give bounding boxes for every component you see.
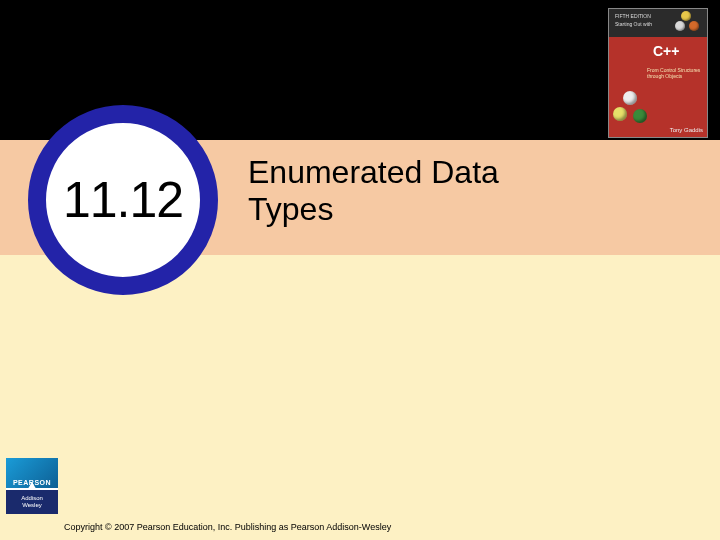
bottom-cream-band xyxy=(0,255,720,540)
book-author-label: Tony Gaddis xyxy=(670,127,703,133)
slide-title-line2: Types xyxy=(248,191,333,227)
copyright-text: Copyright © 2007 Pearson Education, Inc.… xyxy=(64,522,391,532)
book-subtitle-label: From Control Structures through Objects xyxy=(647,67,707,79)
pool-balls-bottom-icon xyxy=(613,91,653,125)
book-language-label: C++ xyxy=(653,43,679,59)
imprint-line1: Addison xyxy=(21,495,43,502)
slide-title: Enumerated Data Types xyxy=(248,154,499,228)
pool-balls-top-icon xyxy=(675,11,705,33)
book-series-label: Starting Out with xyxy=(615,21,652,27)
section-number: 11.12 xyxy=(63,171,183,229)
slide-title-line1: Enumerated Data xyxy=(248,154,499,190)
imprint-line2: Wesley xyxy=(22,502,42,509)
imprint-label: Addison Wesley xyxy=(6,490,58,514)
pearson-logo: PEARSON Addison Wesley xyxy=(6,458,58,514)
section-number-circle: 11.12 xyxy=(28,105,218,295)
book-edition-label: FIFTH EDITION xyxy=(615,13,651,19)
book-cover-thumbnail: FIFTH EDITION Starting Out with C++ From… xyxy=(608,8,708,138)
